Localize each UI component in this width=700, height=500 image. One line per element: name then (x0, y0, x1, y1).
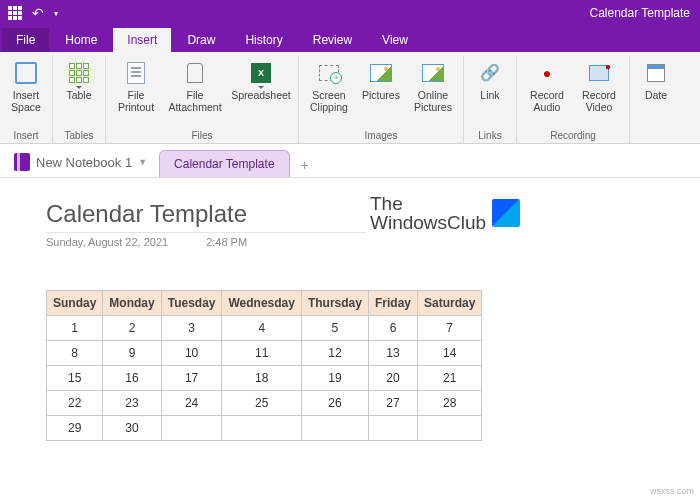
calendar-cell[interactable]: 11 (222, 341, 301, 366)
tab-home[interactable]: Home (51, 28, 111, 52)
screen-clipping-button[interactable]: Screen Clipping (305, 56, 353, 128)
table-button[interactable]: Table (59, 56, 99, 128)
page-time: 2:48 PM (206, 236, 247, 248)
calendar-cell[interactable]: 27 (368, 391, 417, 416)
online-pictures-button[interactable]: Online Pictures (409, 56, 457, 128)
tab-insert[interactable]: Insert (113, 28, 171, 52)
link-button[interactable]: Link (470, 56, 510, 128)
calendar-cell[interactable]: 5 (301, 316, 368, 341)
calendar-cell[interactable]: 4 (222, 316, 301, 341)
attachment-icon (181, 60, 209, 86)
calendar-cell[interactable]: 29 (47, 416, 103, 441)
pictures-button[interactable]: Pictures (357, 56, 405, 128)
calendar-cell[interactable]: 30 (103, 416, 161, 441)
brand-line2: WindowsClub (370, 213, 486, 232)
date-button[interactable]: Date (636, 56, 676, 128)
group-files: File Printout File Attachment XSpreadshe… (106, 56, 299, 143)
chevron-down-icon: ▼ (138, 157, 147, 167)
calendar-cell[interactable]: 12 (301, 341, 368, 366)
calendar-cell[interactable]: 16 (103, 366, 161, 391)
notebook-name: New Notebook 1 (36, 155, 132, 170)
spreadsheet-button[interactable]: XSpreadsheet (230, 56, 292, 128)
group-label: Links (470, 128, 510, 143)
group-label: Files (112, 128, 292, 143)
calendar-cell[interactable]: 7 (417, 316, 481, 341)
online-pictures-icon (419, 60, 447, 86)
tab-view[interactable]: View (368, 28, 422, 52)
table-row: 891011121314 (47, 341, 482, 366)
calendar-cell[interactable]: 25 (222, 391, 301, 416)
table-icon (65, 60, 93, 86)
space-icon (12, 60, 40, 86)
calendar-cell[interactable] (417, 416, 481, 441)
calendar-cell[interactable]: 14 (417, 341, 481, 366)
add-page-button[interactable]: + (294, 157, 316, 177)
calendar-cell[interactable]: 2 (103, 316, 161, 341)
page-body[interactable]: Calendar Template Sunday, August 22, 202… (0, 178, 700, 441)
group-images: Screen Clipping Pictures Online Pictures… (299, 56, 464, 143)
tab-review[interactable]: Review (299, 28, 366, 52)
record-audio-button[interactable]: Record Audio (523, 56, 571, 128)
group-label: Images (305, 128, 457, 143)
column-header: Saturday (417, 291, 481, 316)
group-label: Tables (59, 128, 99, 143)
quick-access-toolbar: ↶ ▾ (0, 5, 58, 21)
file-printout-button[interactable]: File Printout (112, 56, 160, 128)
clipping-icon (315, 60, 343, 86)
table-row: 1234567 (47, 316, 482, 341)
app-launcher-icon[interactable] (8, 6, 22, 20)
insert-space-button[interactable]: Insert Space (6, 56, 46, 128)
calendar-cell[interactable]: 17 (161, 366, 222, 391)
page-date: Sunday, August 22, 2021 (46, 236, 168, 248)
column-header: Sunday (47, 291, 103, 316)
calendar-cell[interactable]: 3 (161, 316, 222, 341)
qat-dropdown-icon[interactable]: ▾ (54, 9, 58, 18)
brand-logo: The WindowsClub (370, 194, 520, 232)
column-header: Wednesday (222, 291, 301, 316)
calendar-cell[interactable]: 6 (368, 316, 417, 341)
column-header: Tuesday (161, 291, 222, 316)
calendar-cell[interactable] (161, 416, 222, 441)
table-row: 15161718192021 (47, 366, 482, 391)
calendar-cell[interactable]: 15 (47, 366, 103, 391)
file-attachment-button[interactable]: File Attachment (164, 56, 226, 128)
calendar-cell[interactable]: 9 (103, 341, 161, 366)
undo-icon[interactable]: ↶ (32, 5, 44, 21)
calendar-cell[interactable]: 24 (161, 391, 222, 416)
notebook-icon (14, 153, 30, 171)
video-icon (585, 60, 613, 86)
tab-history[interactable]: History (231, 28, 296, 52)
tab-file[interactable]: File (2, 28, 49, 52)
pictures-icon (367, 60, 395, 86)
calendar-cell[interactable] (222, 416, 301, 441)
calendar-cell[interactable] (301, 416, 368, 441)
calendar-cell[interactable]: 21 (417, 366, 481, 391)
calendar-cell[interactable]: 22 (47, 391, 103, 416)
title-bar: ↶ ▾ Calendar Template (0, 0, 700, 26)
column-header: Monday (103, 291, 161, 316)
calendar-cell[interactable] (368, 416, 417, 441)
notebook-selector[interactable]: New Notebook 1 ▼ (6, 147, 155, 177)
ribbon: Insert Space Insert Table Tables File Pr… (0, 52, 700, 144)
record-video-button[interactable]: Record Video (575, 56, 623, 128)
mic-icon (533, 60, 561, 86)
calendar-cell[interactable]: 18 (222, 366, 301, 391)
calendar-cell[interactable]: 8 (47, 341, 103, 366)
group-label (636, 128, 676, 143)
table-header-row: SundayMondayTuesdayWednesdayThursdayFrid… (47, 291, 482, 316)
calendar-cell[interactable]: 19 (301, 366, 368, 391)
calendar-cell[interactable]: 1 (47, 316, 103, 341)
group-label: Recording (523, 128, 623, 143)
page-tab[interactable]: Calendar Template (159, 150, 290, 177)
calendar-cell[interactable]: 23 (103, 391, 161, 416)
calendar-cell[interactable]: 13 (368, 341, 417, 366)
calendar-cell[interactable]: 20 (368, 366, 417, 391)
tab-draw[interactable]: Draw (173, 28, 229, 52)
calendar-cell[interactable]: 28 (417, 391, 481, 416)
printout-icon (122, 60, 150, 86)
calendar-table[interactable]: SundayMondayTuesdayWednesdayThursdayFrid… (46, 290, 482, 441)
ribbon-tabs: File Home Insert Draw History Review Vie… (0, 26, 700, 52)
calendar-cell[interactable]: 26 (301, 391, 368, 416)
calendar-cell[interactable]: 10 (161, 341, 222, 366)
column-header: Thursday (301, 291, 368, 316)
